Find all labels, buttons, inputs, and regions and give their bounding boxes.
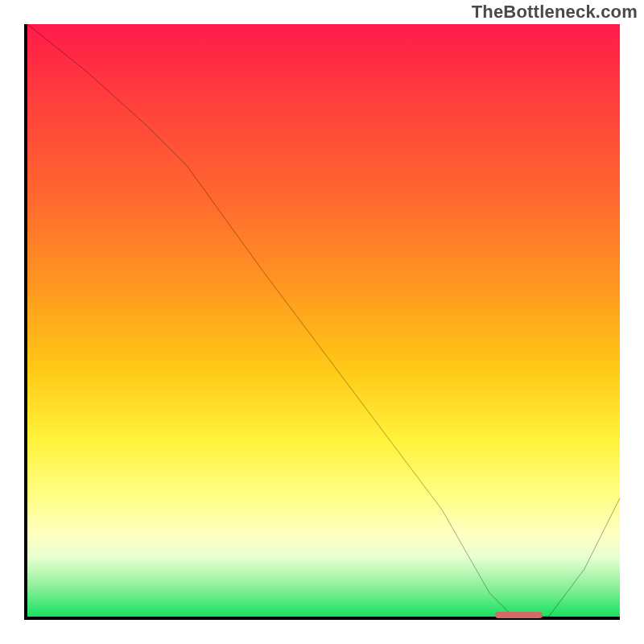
chart-container: TheBottleneck.com <box>0 0 644 644</box>
optimum-band-marker <box>495 612 543 618</box>
bottleneck-curve <box>27 24 620 617</box>
plot-area <box>24 24 620 620</box>
watermark-text: TheBottleneck.com <box>472 2 638 23</box>
